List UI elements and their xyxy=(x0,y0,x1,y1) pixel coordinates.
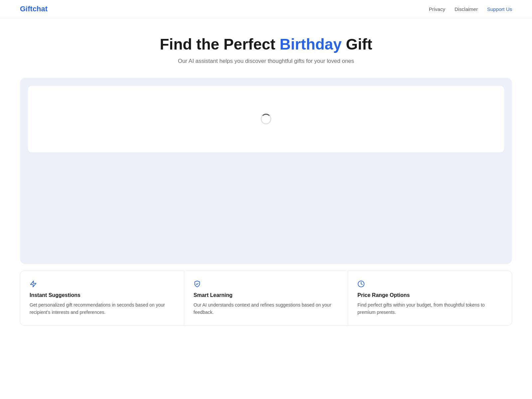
hero-subtitle: Our AI assistant helps you discover thou… xyxy=(7,58,525,65)
loading-spinner xyxy=(261,114,271,124)
feature-smart-title: Smart Learning xyxy=(194,292,338,298)
feature-price-desc: Find perfect gifts within your budget, f… xyxy=(357,302,502,316)
hero-section: Find the Perfect Birthday Gift Our AI as… xyxy=(0,18,532,74)
nav-privacy[interactable]: Privacy xyxy=(429,6,445,12)
clock-icon xyxy=(357,280,502,288)
feature-instant-suggestions: Instant Suggestions Get personalized gif… xyxy=(20,271,184,325)
nav-support[interactable]: Support Us xyxy=(487,6,512,12)
chat-panel-wrapper xyxy=(20,78,512,264)
hero-title: Find the Perfect Birthday Gift xyxy=(7,36,525,53)
bolt-icon xyxy=(30,280,175,288)
hero-title-start: Find the Perfect xyxy=(160,36,280,53)
logo[interactable]: Giftchat xyxy=(20,5,48,13)
feature-smart-learning: Smart Learning Our AI understands contex… xyxy=(184,271,348,325)
site-header: Giftchat Privacy Disclaimer Support Us xyxy=(0,0,532,18)
feature-price-range: Price Range Options Find perfect gifts w… xyxy=(348,271,512,325)
shield-check-icon xyxy=(194,280,338,288)
hero-title-highlight: Birthday xyxy=(280,36,342,53)
hero-title-end: Gift xyxy=(342,36,372,53)
feature-instant-desc: Get personalized gift recommendations in… xyxy=(30,302,175,316)
feature-smart-desc: Our AI understands context and refines s… xyxy=(194,302,338,316)
feature-instant-title: Instant Suggestions xyxy=(30,292,175,298)
main-nav: Privacy Disclaimer Support Us xyxy=(429,6,512,12)
chat-box[interactable] xyxy=(28,86,504,152)
nav-disclaimer[interactable]: Disclaimer xyxy=(455,6,478,12)
feature-price-title: Price Range Options xyxy=(357,292,502,298)
features-section: Instant Suggestions Get personalized gif… xyxy=(20,271,512,326)
